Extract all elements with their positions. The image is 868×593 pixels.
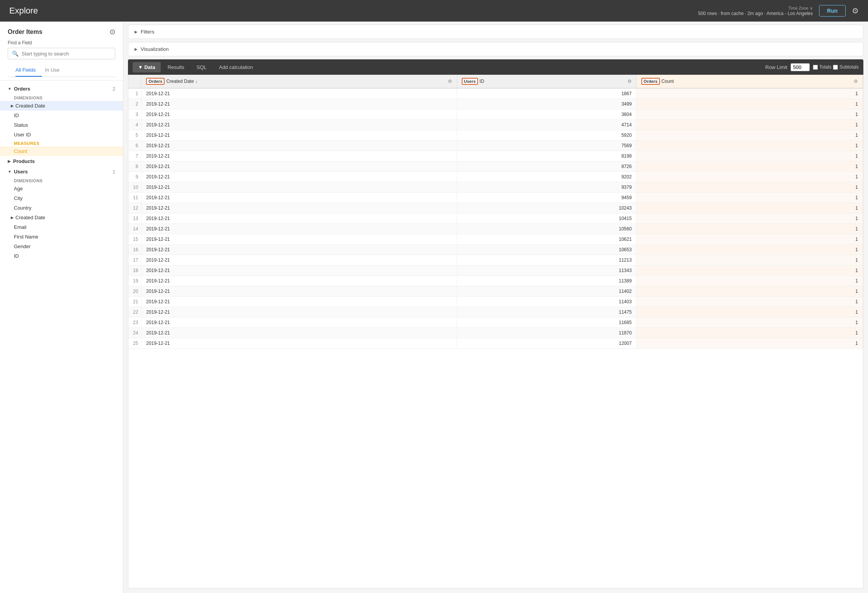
col-orders-created-date-header: Orders Created Date ↓ ⚙ (141, 75, 457, 88)
group-users[interactable]: ▼ Users 1 (0, 166, 123, 177)
col-users-id-header: Users ID ⚙ (457, 75, 636, 88)
search-input[interactable] (22, 51, 111, 57)
group-orders[interactable]: ▼ Orders 2 (0, 84, 123, 94)
cell-created-date: 2019-12-21 (141, 338, 457, 349)
group-orders-label: Orders (14, 86, 30, 92)
tab-results[interactable]: Results (162, 62, 190, 72)
table-row: 16 2019-12-21 10653 1 (128, 245, 863, 255)
settings-icon[interactable]: ⚙ (852, 6, 859, 15)
timezone-arrow: ∨ (810, 6, 813, 10)
tab-data[interactable]: ▼ Data (133, 62, 161, 72)
field-users-email[interactable]: Email (0, 222, 123, 232)
subtotals-checkbox[interactable] (833, 65, 838, 70)
field-orders-status[interactable]: Status (0, 120, 123, 130)
group-products-label: Products (13, 158, 35, 164)
tab-add-calculation[interactable]: Add calculation (214, 62, 258, 72)
cell-user-id: 11870 (457, 328, 636, 338)
cell-created-date: 2019-12-21 (141, 182, 457, 193)
cell-created-date: 2019-12-21 (141, 297, 457, 307)
orders-badge-2: Orders (641, 78, 660, 85)
row-num: 23 (128, 317, 141, 328)
cell-count: 1 (636, 88, 863, 99)
cell-created-date: 2019-12-21 (141, 203, 457, 213)
group-users-count: 1 (113, 169, 115, 175)
tab-all-fields[interactable]: All Fields (15, 64, 42, 77)
cell-count: 1 (636, 130, 863, 141)
row-num: 1 (128, 88, 141, 99)
cell-user-id: 1867 (457, 88, 636, 99)
cell-user-id: 10243 (457, 203, 636, 213)
field-users-country[interactable]: Country (0, 203, 123, 213)
sort-icon: ↓ (195, 79, 198, 84)
dimensions-label-users: DIMENSIONS (0, 177, 123, 184)
col-settings-icon-3[interactable]: ⚙ (854, 79, 858, 84)
chevron-down-icon-users: ▼ (8, 170, 12, 174)
totals-label: Totals (819, 64, 831, 70)
field-users-firstname[interactable]: First Name (0, 232, 123, 242)
main-layout: Order Items ⊙ Find a Field 🔍 All Fields … (0, 22, 868, 593)
subtotals-checkbox-group: Subtotals (833, 64, 859, 70)
cell-created-date: 2019-12-21 (141, 120, 457, 130)
collapse-sidebar-button[interactable]: ⊙ (109, 28, 115, 36)
field-users-city[interactable]: City (0, 193, 123, 203)
filters-label: Filters (141, 29, 154, 35)
col-settings-icon-2[interactable]: ⚙ (627, 79, 632, 84)
cell-count: 1 (636, 224, 863, 234)
row-num: 25 (128, 338, 141, 349)
row-num: 10 (128, 182, 141, 193)
run-button[interactable]: Run (819, 5, 846, 17)
visualization-header[interactable]: ▶ Visualization (128, 42, 863, 56)
cell-user-id: 3804 (457, 109, 636, 120)
row-num: 14 (128, 224, 141, 234)
field-orders-userid[interactable]: User ID (0, 130, 123, 139)
rows-count: 500 rows (698, 11, 717, 16)
field-users-id[interactable]: ID (0, 251, 123, 261)
row-num: 17 (128, 255, 141, 265)
table-row: 3 2019-12-21 3804 1 (128, 109, 863, 120)
cell-user-id: 7569 (457, 141, 636, 151)
cell-created-date: 2019-12-21 (141, 109, 457, 120)
cell-count: 1 (636, 255, 863, 265)
tab-sql[interactable]: SQL (191, 62, 212, 72)
row-num: 4 (128, 120, 141, 130)
field-orders-count[interactable]: Count (0, 146, 123, 156)
cell-created-date: 2019-12-21 (141, 317, 457, 328)
timezone-value: America - Los Angeles (767, 11, 813, 16)
tab-in-use[interactable]: In Use (45, 64, 66, 77)
row-limit-input[interactable] (791, 63, 810, 71)
field-users-gender[interactable]: Gender (0, 242, 123, 251)
chevron-down-icon: ▼ (8, 87, 12, 91)
filters-header[interactable]: ▶ Filters (128, 25, 863, 39)
dimensions-label-orders: DIMENSIONS (0, 94, 123, 101)
group-orders-count: 2 (113, 86, 115, 92)
row-num: 3 (128, 109, 141, 120)
top-bar: Explore Time Zone ∨ 500 rows · from cach… (0, 0, 868, 22)
totals-checkbox[interactable] (813, 65, 818, 70)
chevron-right-icon: ▶ (11, 104, 14, 108)
chevron-right-icon-products: ▶ (8, 159, 11, 163)
data-toolbar: ▼ Data Results SQL Add calculation Row L… (128, 59, 863, 75)
table-row: 1 2019-12-21 1867 1 (128, 88, 863, 99)
field-orders-id[interactable]: ID (0, 111, 123, 120)
totals-checkbox-group: Totals (813, 64, 831, 70)
cell-user-id: 10653 (457, 245, 636, 255)
col-settings-icon-1[interactable]: ⚙ (448, 79, 452, 84)
cell-count: 1 (636, 193, 863, 203)
table-row: 21 2019-12-21 11403 1 (128, 297, 863, 307)
cell-user-id: 11213 (457, 255, 636, 265)
row-num: 2 (128, 99, 141, 109)
cell-created-date: 2019-12-21 (141, 141, 457, 151)
table-row: 20 2019-12-21 11402 1 (128, 286, 863, 297)
cell-user-id: 10621 (457, 234, 636, 245)
cell-created-date: 2019-12-21 (141, 161, 457, 172)
cell-count: 1 (636, 317, 863, 328)
group-products[interactable]: ▶ Products (0, 156, 123, 166)
row-num: 21 (128, 297, 141, 307)
cell-count: 1 (636, 297, 863, 307)
cell-user-id: 9459 (457, 193, 636, 203)
field-users-age[interactable]: Age (0, 184, 123, 193)
cell-created-date: 2019-12-21 (141, 255, 457, 265)
table-row: 24 2019-12-21 11870 1 (128, 328, 863, 338)
field-users-created-date[interactable]: ▶ Created Date (0, 213, 123, 222)
field-orders-created-date[interactable]: ▶ Created Date (0, 101, 123, 111)
